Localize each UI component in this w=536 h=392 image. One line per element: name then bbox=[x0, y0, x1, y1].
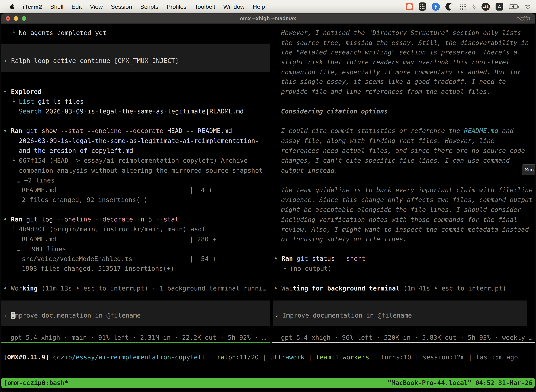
menu-item-window[interactable]: Window bbox=[223, 3, 245, 10]
zoom-button[interactable] bbox=[22, 16, 26, 21]
menu-item-help[interactable]: Help bbox=[253, 3, 265, 10]
menu-item-toolbelt[interactable]: Toolbelt bbox=[195, 3, 215, 10]
chat-icon[interactable] bbox=[406, 3, 413, 10]
menu-item-profiles[interactable]: Profiles bbox=[167, 3, 187, 10]
window-titlebar[interactable]: omx --xhigh --madmax ⌥⌘1 bbox=[1, 13, 535, 23]
battery-charging-icon[interactable] bbox=[509, 5, 518, 9]
squiggle-icon[interactable]: § bbox=[472, 2, 476, 11]
crescent-icon[interactable] bbox=[445, 3, 453, 10]
menu-item-shell[interactable]: Shell bbox=[50, 3, 63, 10]
text-segment: ultrawork bbox=[270, 354, 304, 361]
omx-status-line: [OMX#0.11.9] cczip/essay/ai-reimplementa… bbox=[3, 353, 518, 361]
minimize-button[interactable] bbox=[14, 16, 18, 21]
dots-grid-icon[interactable] bbox=[459, 3, 467, 10]
battery-percent-badge[interactable]: ..61 bbox=[482, 3, 490, 11]
text-segment: | bbox=[259, 354, 270, 361]
close-button[interactable] bbox=[6, 16, 10, 21]
text-segment bbox=[49, 354, 53, 361]
menu-items: iTerm2 Shell Edit View Session Scripts P… bbox=[23, 3, 265, 10]
menu-item-iterm2[interactable]: iTerm2 bbox=[23, 3, 42, 10]
terminal-area: └ No agents completed yet› Ralph loop ac… bbox=[1, 23, 535, 391]
tmux-status-bar: [omx-cczip0:bash* "MacBook-Pro-44.local"… bbox=[1, 378, 535, 388]
apple-menu-icon[interactable] bbox=[9, 3, 15, 10]
traffic-lights bbox=[6, 16, 26, 21]
desktop: iTerm2 Shell Edit View Session Scripts P… bbox=[0, 0, 536, 392]
text-segment: turns:10 bbox=[381, 354, 411, 361]
text-segment: ralph:11/20 bbox=[217, 354, 259, 361]
tmux-session-label: [omx-cczip0:bash* bbox=[4, 379, 68, 386]
wifi-icon[interactable] bbox=[523, 3, 532, 10]
text-segment: | bbox=[464, 354, 476, 361]
text-segment: | bbox=[369, 354, 381, 361]
tmux-host-clock: "MacBook-Pro-44.local" 04:52 31-Mar-26 bbox=[388, 379, 532, 386]
omx-status-row: [OMX#0.11.9] cczip/essay/ai-reimplementa… bbox=[1, 23, 535, 391]
iterm-window: omx --xhigh --madmax ⌥⌘1 └ No agents com… bbox=[1, 13, 535, 391]
menu-bar: iTerm2 Shell Edit View Session Scripts P… bbox=[0, 0, 536, 13]
text-segment: | bbox=[411, 354, 423, 361]
window-title: omx --xhigh --madmax bbox=[1, 15, 535, 21]
text-segment: [OMX#0.11.9] bbox=[3, 354, 49, 361]
grid-shield-icon[interactable] bbox=[419, 2, 426, 11]
lightning-badge-icon[interactable] bbox=[432, 3, 440, 11]
menu-item-view[interactable]: View bbox=[90, 3, 103, 10]
menu-item-scripts[interactable]: Scripts bbox=[140, 3, 158, 10]
text-segment: cczip/essay/ai-reimplementation-copyleft bbox=[53, 354, 206, 361]
text-segment: session:12m bbox=[423, 354, 464, 361]
input-source-key[interactable]: A bbox=[496, 3, 503, 10]
text-segment: team:1 workers bbox=[316, 354, 369, 361]
screen-overlay-button[interactable]: Scre bbox=[522, 164, 535, 175]
text-segment: | bbox=[206, 354, 217, 361]
menu-status-icons: § ..61 A bbox=[406, 2, 532, 11]
text-segment: last:5m ago bbox=[476, 354, 518, 361]
window-shortcut-hint: ⌥⌘1 bbox=[517, 15, 531, 22]
menu-item-edit[interactable]: Edit bbox=[72, 3, 82, 10]
text-segment: | bbox=[304, 354, 316, 361]
menu-item-session[interactable]: Session bbox=[111, 3, 132, 10]
